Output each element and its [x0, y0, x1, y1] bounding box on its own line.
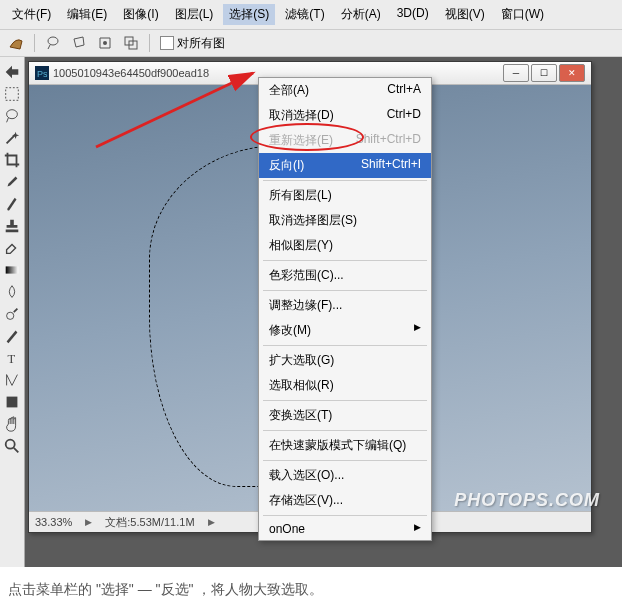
menu-item[interactable]: 载入选区(O)... [259, 463, 431, 488]
zoom-tool-icon[interactable] [2, 436, 22, 456]
menu-item[interactable]: 图像(I) [117, 4, 164, 25]
menu-separator [263, 460, 427, 461]
shape-tool-icon[interactable] [2, 392, 22, 412]
separator [34, 34, 35, 52]
menu-separator [263, 430, 427, 431]
path-tool-icon[interactable] [2, 370, 22, 390]
menu-item[interactable]: 在快速蒙版模式下编辑(Q) [259, 433, 431, 458]
menu-item[interactable]: 所有图层(L) [259, 183, 431, 208]
info-arrow-icon[interactable]: ▶ [205, 517, 218, 527]
menu-separator [263, 180, 427, 181]
menu-item[interactable]: 修改(M)▶ [259, 318, 431, 343]
menu-item[interactable]: 存储选区(V)... [259, 488, 431, 513]
caption-text: 点击菜单栏的 "选择" — "反选" ，将人物大致选取。 [8, 581, 323, 597]
window-buttons: ─ ☐ ✕ [503, 64, 585, 82]
menu-item-label: 载入选区(O)... [269, 467, 344, 484]
hand-tool-icon[interactable] [2, 414, 22, 434]
menu-separator [263, 400, 427, 401]
menu-item-label: 在快速蒙版模式下编辑(Q) [269, 437, 406, 454]
doc-info[interactable]: 文档:5.53M/11.1M [105, 515, 194, 530]
pen-tool-icon[interactable] [2, 326, 22, 346]
wand-tool-icon[interactable] [2, 128, 22, 148]
menu-item[interactable]: 选取相似(R) [259, 373, 431, 398]
svg-point-0 [48, 37, 58, 45]
menu-item[interactable]: 图层(L) [169, 4, 220, 25]
brush-tool-icon[interactable] [2, 194, 22, 214]
caption-area: 点击菜单栏的 "选择" — "反选" ，将人物大致选取。 [0, 567, 622, 608]
menu-separator [263, 515, 427, 516]
separator [149, 34, 150, 52]
menu-item: 重新选择(E)Shift+Ctrl+D [259, 128, 431, 153]
lasso-option-icon[interactable] [45, 35, 61, 51]
gradient-tool-icon[interactable] [2, 260, 22, 280]
menu-item[interactable]: 取消选择图层(S) [259, 208, 431, 233]
menu-item-label: 修改(M) [269, 322, 311, 339]
svg-rect-9 [7, 397, 18, 408]
menu-item-label: 全部(A) [269, 82, 309, 99]
options-bar: 对所有图 [0, 30, 622, 57]
lasso-tool-icon[interactable] [2, 106, 22, 126]
zoom-arrow-icon[interactable]: ▶ [82, 517, 95, 527]
menu-item[interactable]: onOne▶ [259, 518, 431, 540]
menu-item[interactable]: 调整边缘(F)... [259, 293, 431, 318]
svg-rect-6 [6, 266, 19, 273]
dodge-tool-icon[interactable] [2, 304, 22, 324]
submenu-arrow-icon: ▶ [414, 522, 421, 536]
stamp-tool-icon[interactable] [2, 216, 22, 236]
sample-all-layers-checkbox[interactable]: 对所有图 [160, 35, 225, 52]
eraser-tool-icon[interactable] [2, 238, 22, 258]
move-tool-icon[interactable] [2, 62, 22, 82]
menu-item[interactable]: 取消选择(D)Ctrl+D [259, 103, 431, 128]
intersect-icon[interactable] [123, 35, 139, 51]
watermark: PHOTOPS.COM [454, 490, 600, 511]
menu-item[interactable]: 分析(A) [335, 4, 387, 25]
menu-item-label: 变换选区(T) [269, 407, 332, 424]
marquee-tool-icon[interactable] [2, 84, 22, 104]
maximize-button[interactable]: ☐ [531, 64, 557, 82]
svg-point-7 [7, 312, 14, 319]
menu-item[interactable]: 全部(A)Ctrl+A [259, 78, 431, 103]
menu-item[interactable]: 滤镜(T) [279, 4, 330, 25]
menu-item-label: 取消选择图层(S) [269, 212, 357, 229]
menu-item[interactable]: 编辑(E) [61, 4, 113, 25]
svg-point-1 [103, 41, 107, 45]
menu-item-label: 选取相似(R) [269, 377, 334, 394]
menu-item[interactable]: 文件(F) [6, 4, 57, 25]
eyedrop-tool-icon[interactable] [2, 172, 22, 192]
menu-item[interactable]: 变换选区(T) [259, 403, 431, 428]
menu-separator [263, 345, 427, 346]
crop-tool-icon[interactable] [2, 150, 22, 170]
blur-tool-icon[interactable] [2, 282, 22, 302]
menu-item-label: 取消选择(D) [269, 107, 334, 124]
text-tool-icon[interactable]: T [2, 348, 22, 368]
menu-item[interactable]: 窗口(W) [495, 4, 550, 25]
poly-lasso-icon[interactable] [71, 35, 87, 51]
zoom-level[interactable]: 33.33% [35, 516, 72, 528]
menu-item[interactable]: 扩大选取(G) [259, 348, 431, 373]
menu-item[interactable]: 视图(V) [439, 4, 491, 25]
svg-point-5 [7, 110, 18, 119]
svg-point-10 [6, 440, 15, 449]
menu-item[interactable]: 3D(D) [391, 4, 435, 25]
menu-item-label: 反向(I) [269, 157, 304, 174]
menu-item[interactable]: 相似图层(Y) [259, 233, 431, 258]
menu-shortcut: Shift+Ctrl+I [361, 157, 421, 174]
menu-shortcut: Ctrl+D [387, 107, 421, 124]
menu-item[interactable]: 选择(S) [223, 4, 275, 25]
menu-item-label: 重新选择(E) [269, 132, 333, 149]
menu-shortcut: Shift+Ctrl+D [356, 132, 421, 149]
workspace: T Ps 1005010943e64450df900ead18 ─ ☐ ✕ 33… [0, 57, 622, 567]
tool-preset-icon[interactable] [8, 35, 24, 51]
svg-text:T: T [8, 352, 16, 366]
menu-separator [263, 260, 427, 261]
menu-item-label: 扩大选取(G) [269, 352, 334, 369]
menubar: 文件(F)编辑(E)图像(I)图层(L)选择(S)滤镜(T)分析(A)3D(D)… [0, 0, 622, 30]
menu-item[interactable]: 色彩范围(C)... [259, 263, 431, 288]
menu-item[interactable]: 反向(I)Shift+Ctrl+I [259, 153, 431, 178]
submenu-arrow-icon: ▶ [414, 322, 421, 339]
menu-item-label: 相似图层(Y) [269, 237, 333, 254]
mag-lasso-icon[interactable] [97, 35, 113, 51]
ps-icon: Ps [35, 66, 49, 80]
close-button[interactable]: ✕ [559, 64, 585, 82]
minimize-button[interactable]: ─ [503, 64, 529, 82]
